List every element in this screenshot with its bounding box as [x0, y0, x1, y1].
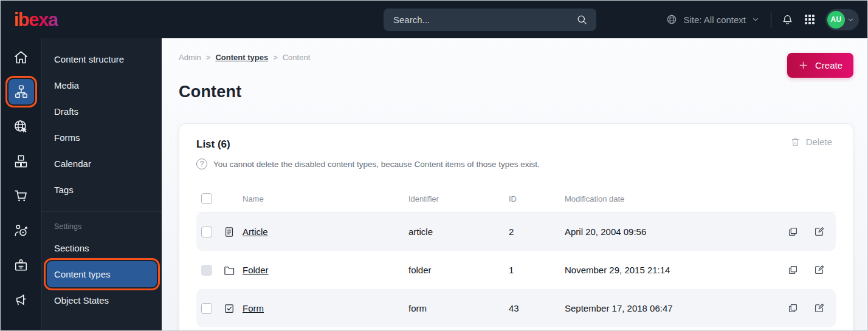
cell-id: 43 — [509, 303, 565, 313]
sidebar-item-forms[interactable]: Forms — [47, 125, 157, 151]
icon-rail — [1, 38, 41, 330]
sidebar-item-label: Sections — [54, 243, 89, 253]
search-input[interactable] — [392, 14, 576, 26]
top-bar: ibexa Site: All context — [1, 1, 867, 38]
select-all-checkbox[interactable] — [201, 193, 212, 204]
trash-icon — [790, 137, 801, 147]
id-badge-icon — [13, 257, 29, 273]
sidebar-item-label: Forms — [54, 132, 80, 143]
settings-section: Settings Sections Content types Object S… — [42, 211, 162, 313]
breadcrumb: Admin > Content types > Content — [179, 53, 853, 62]
copy-icon[interactable] — [787, 302, 799, 314]
topbar-right-controls: Site: All context — [666, 9, 867, 30]
copy-icon[interactable] — [787, 264, 799, 276]
table-header-row: Name Identifier ID Modification date — [196, 185, 836, 213]
app-grid-icon[interactable] — [804, 13, 816, 26]
list-title: List (6) — [196, 138, 836, 151]
cell-modification-date: November 29, 2015 21:14 — [565, 265, 780, 275]
rail-item-personalization[interactable] — [9, 217, 34, 243]
globe-cursor-icon — [13, 118, 29, 135]
boxes-icon — [13, 153, 29, 169]
rail-item-marketing[interactable] — [9, 287, 34, 312]
content-type-link[interactable]: Folder — [243, 265, 269, 275]
copy-icon[interactable] — [787, 226, 799, 237]
rail-item-content-structure[interactable] — [9, 79, 34, 104]
edit-icon[interactable] — [813, 264, 825, 276]
rail-item-home[interactable] — [9, 44, 34, 70]
main-content: Admin > Content types > Content Create C… — [162, 38, 867, 330]
breadcrumb-content-types-link[interactable]: Content types — [215, 53, 268, 62]
search-icon[interactable] — [576, 14, 588, 26]
cell-modification-date: April 20, 2004 09:56 — [565, 227, 780, 237]
cell-id: 1 — [509, 265, 565, 275]
sitemap-icon — [13, 84, 29, 100]
sidebar-item-label: Calendar — [54, 159, 91, 169]
sidebar-item-tags[interactable]: Tags — [47, 177, 157, 203]
user-menu[interactable]: AU — [825, 9, 859, 30]
edit-icon[interactable] — [813, 226, 825, 237]
rail-item-commerce[interactable] — [9, 183, 34, 208]
folder-icon — [223, 264, 243, 276]
segments-icon — [13, 222, 29, 239]
form-icon — [223, 302, 243, 315]
content-types-table: Name Identifier ID Modification date — [196, 185, 836, 327]
sidebar-item-content-types[interactable]: Content types — [47, 261, 157, 287]
row-checkbox-disabled — [201, 265, 212, 276]
breadcrumb-separator: > — [273, 53, 278, 62]
table-row: Folder folder 1 November 29, 2015 21:14 — [196, 251, 836, 289]
avatar: AU — [827, 11, 845, 29]
table-row: Form form 43 September 17, 2018 06:47 — [196, 289, 836, 327]
chevron-down-icon — [847, 16, 855, 24]
row-actions — [780, 264, 836, 276]
global-search[interactable] — [384, 9, 596, 31]
sidebar-item-drafts[interactable]: Drafts — [47, 98, 157, 125]
row-checkbox[interactable] — [201, 303, 212, 314]
sidebar-item-label: Media — [54, 80, 79, 90]
sidebar-item-label: Object States — [54, 295, 109, 305]
column-header-id: ID — [509, 194, 565, 203]
row-actions — [780, 302, 836, 314]
column-header-modification-date: Modification date — [565, 194, 780, 203]
sidebar-item-label: Drafts — [54, 106, 78, 117]
delete-button-label: Delete — [806, 137, 832, 147]
sidebar-item-label: Tags — [54, 185, 74, 195]
sidebar-item-object-states[interactable]: Object States — [47, 287, 157, 313]
globe-icon — [666, 13, 678, 26]
cell-identifier: form — [408, 303, 509, 313]
chevron-down-icon — [751, 15, 760, 24]
rail-item-customer-portal[interactable] — [9, 252, 34, 278]
create-button[interactable]: Create — [787, 53, 853, 78]
sidebar-item-content-structure[interactable]: Content structure — [47, 46, 157, 72]
cell-identifier: folder — [408, 265, 509, 275]
content-type-link[interactable]: Article — [243, 227, 268, 237]
body-row: Content structure Media Drafts Forms Cal… — [1, 38, 867, 330]
home-icon — [13, 49, 29, 66]
column-header-identifier: Identifier — [408, 194, 509, 203]
plus-icon — [798, 60, 808, 70]
cell-identifier: article — [408, 227, 509, 237]
sidebar-item-label: Content structure — [54, 54, 124, 64]
content-types-card: List (6) Delete ? You cannot delete the … — [179, 123, 853, 330]
site-context-selector[interactable]: Site: All context — [666, 13, 760, 26]
notifications-bell-icon[interactable] — [781, 13, 794, 26]
edit-icon[interactable] — [813, 302, 825, 314]
row-actions — [780, 226, 836, 237]
sidebar-item-calendar[interactable]: Calendar — [47, 151, 157, 177]
help-icon: ? — [196, 159, 207, 169]
rail-item-site[interactable] — [9, 114, 34, 139]
settings-section-label: Settings — [42, 218, 162, 235]
content-type-link[interactable]: Form — [243, 303, 264, 313]
rail-item-product-catalog[interactable] — [9, 148, 34, 174]
table-row: Article article 2 April 20, 2004 09:56 — [196, 213, 836, 251]
delete-button[interactable]: Delete — [787, 136, 836, 148]
column-header-name: Name — [243, 194, 408, 203]
cart-icon — [13, 188, 29, 204]
sidebar-item-media[interactable]: Media — [47, 72, 157, 98]
sidebar-panel: Content structure Media Drafts Forms Cal… — [41, 38, 162, 330]
row-checkbox[interactable] — [201, 227, 212, 237]
info-text: You cannot delete the disabled content t… — [213, 160, 540, 169]
page-title: Content — [179, 83, 853, 101]
ibexa-logo: ibexa — [14, 10, 58, 29]
sidebar-item-sections[interactable]: Sections — [47, 235, 157, 261]
cell-id: 2 — [509, 227, 565, 237]
